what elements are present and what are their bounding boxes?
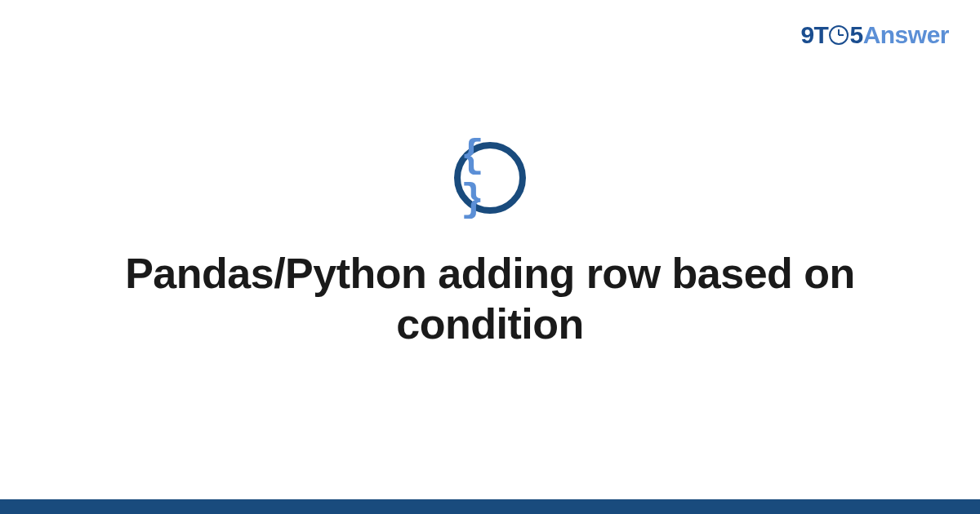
code-braces-icon: { } (454, 142, 526, 214)
topic-icon-wrap: { } (454, 142, 526, 214)
page-title: Pandas/Python adding row based on condit… (82, 248, 898, 350)
main-content: { } Pandas/Python adding row based on co… (0, 0, 980, 499)
code-braces-glyph: { } (461, 134, 519, 222)
footer-bar (0, 499, 980, 514)
